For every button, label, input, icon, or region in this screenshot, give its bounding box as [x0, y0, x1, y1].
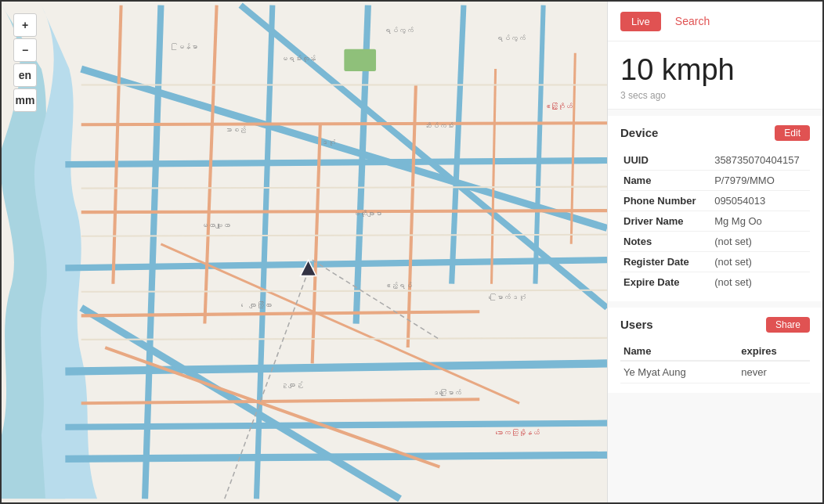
- users-table: Nameexpires Ye Myat Aungnever: [620, 342, 810, 383]
- device-section-title: Device: [620, 126, 658, 139]
- language-button[interactable]: en: [13, 63, 37, 87]
- device-table: UUID358735070404157NameP/7979/MMOPhone N…: [620, 150, 810, 292]
- svg-text:ဒဂုံမြောက်: ဒဂုံမြောက်: [432, 389, 461, 397]
- zoom-out-button[interactable]: −: [13, 38, 37, 62]
- device-field-value: (not set): [711, 231, 810, 251]
- svg-line-20: [81, 123, 607, 124]
- device-field-label: Expire Date: [620, 272, 711, 292]
- device-field-value: 095054013: [711, 190, 810, 211]
- device-section-header: Device Edit: [620, 125, 810, 141]
- users-section-header: Users Share: [620, 317, 810, 333]
- users-table-row: Ye Myat Aungnever: [620, 361, 810, 383]
- device-table-row: Driver NameMg Mg Oo: [620, 211, 810, 231]
- device-table-row: Expire Date(not set): [620, 272, 810, 292]
- map-controls: + − en mm: [13, 13, 37, 112]
- user-name: Ye Myat Aung: [620, 361, 738, 383]
- users-section: Users Share Nameexpires Ye Myat Aungneve…: [608, 308, 822, 393]
- map-view[interactable]: မြန်မာ မရမ်းကုန်း ရပ်ကွက် ရပ်ကွက် သာစည် …: [2, 2, 607, 502]
- share-button[interactable]: Share: [766, 317, 810, 333]
- svg-text:မဟာဗျူဟာ: မဟာဗျူဟာ: [201, 221, 230, 229]
- device-section: Device Edit UUID358735070404157NameP/797…: [608, 116, 822, 301]
- svg-text:ဧည့်ဂြိုဟ်: ဧည့်ဂြိုဟ်: [544, 103, 573, 110]
- device-field-label: Name: [620, 170, 711, 190]
- device-field-label: Phone Number: [620, 190, 711, 211]
- zoom-in-button[interactable]: +: [13, 13, 37, 37]
- device-table-row: UUID358735070404157: [620, 150, 810, 171]
- svg-text:ဗဟိုဗျာပာ: ဗဟိုဗျာပာ: [352, 210, 381, 218]
- unit-button[interactable]: mm: [13, 88, 37, 112]
- svg-rect-31: [344, 49, 376, 71]
- users-table-header: expires: [738, 342, 810, 361]
- device-table-row: NameP/7979/MMO: [620, 170, 810, 190]
- device-field-label: UUID: [620, 150, 711, 171]
- device-field-value: Mg Mg Oo: [711, 211, 810, 231]
- svg-text:သာကေတမြို့နယ်: သာကေတမြို့နယ်: [496, 429, 540, 437]
- svg-text:ဒဂုံ: ဒဂုံ: [320, 139, 335, 146]
- device-table-row: Notes(not set): [620, 231, 810, 251]
- edit-button[interactable]: Edit: [775, 125, 810, 141]
- device-field-value: 358735070404157: [711, 150, 810, 171]
- svg-text:ရပ်ကွက်: ရပ်ကွက်: [496, 34, 526, 42]
- svg-text:ဧည့်ရပ်: ဧည့်ရပ်: [384, 282, 412, 290]
- device-field-label: Notes: [620, 231, 711, 251]
- device-table-row: Register Date(not set): [620, 251, 810, 272]
- device-field-value: (not set): [711, 251, 810, 272]
- speed-section: 10 kmph 3 secs ago: [608, 41, 822, 110]
- device-table-row: Phone Number095054013: [620, 190, 810, 211]
- svg-line-1: [65, 160, 607, 164]
- svg-text:မရမ်းကုန်း: မရမ်းကုန်း: [280, 55, 316, 63]
- device-field-label: Register Date: [620, 251, 711, 272]
- device-field-label: Driver Name: [620, 211, 711, 231]
- top-bar: Live Search: [608, 2, 822, 41]
- user-expires: never: [738, 361, 810, 383]
- right-panel: Live Search 10 kmph 3 secs ago Device Ed…: [607, 2, 822, 502]
- device-field-value: P/7979/MMO: [711, 170, 810, 190]
- svg-text:ဥယျာဉ်: ဥယျာဉ်: [280, 381, 303, 389]
- svg-text:သာစည်: သာစည်: [225, 126, 246, 134]
- device-field-value: (not set): [711, 272, 810, 292]
- search-button[interactable]: Search: [669, 11, 716, 31]
- users-table-header: Name: [620, 342, 738, 361]
- speed-value: 10 kmph: [620, 54, 810, 87]
- svg-line-21: [81, 211, 607, 212]
- speed-timestamp: 3 secs ago: [620, 90, 810, 101]
- svg-text:ရပ်ကွက်: ရပ်ကွက်: [384, 27, 414, 34]
- users-section-title: Users: [620, 318, 653, 331]
- svg-text:ဆိပ်ကမ်း: ဆိပ်ကမ်း: [424, 122, 454, 130]
- live-button[interactable]: Live: [620, 12, 661, 31]
